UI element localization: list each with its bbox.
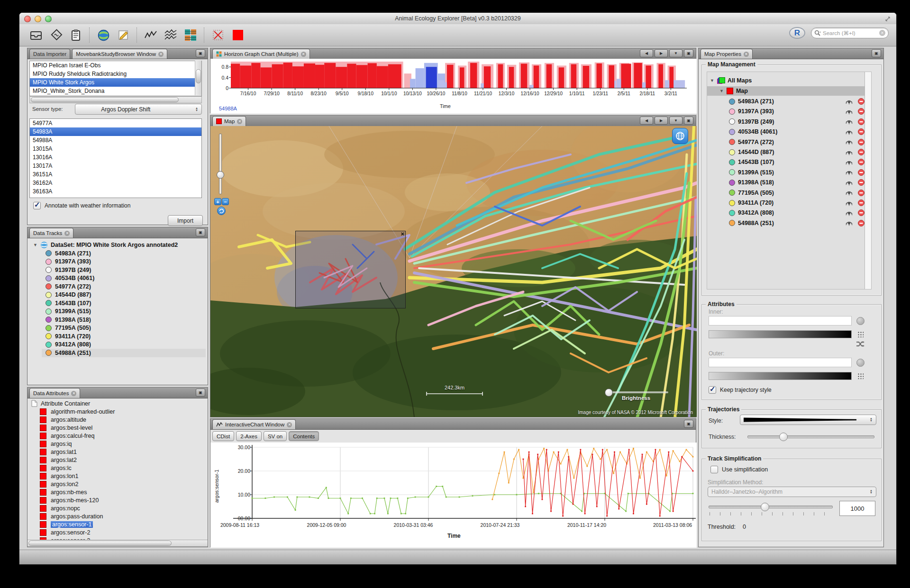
attribute-container-row[interactable]: Attribute Container (27, 399, 90, 407)
expand-icon[interactable] (885, 15, 891, 24)
track-item[interactable]: 91397B (249) (42, 266, 206, 274)
map-track-row[interactable]: 14544D (887) (729, 147, 867, 157)
remove-layer-icon[interactable] (858, 118, 864, 125)
map-track-row[interactable]: 14543B (107) (729, 157, 867, 167)
sensor-list-item[interactable]: 36162A (30, 179, 201, 187)
study-list-item[interactable]: MPIO White Stork Argos (30, 78, 201, 87)
simplification-knob[interactable] (761, 503, 769, 511)
study-list-item[interactable]: MPIO Pelican Israel E-Obs (30, 61, 201, 70)
ichart-plot-area[interactable]: 30.0020.0010.0000.00 2009-08-11 16:13200… (210, 443, 697, 548)
nav-back-button[interactable]: ◀ (640, 117, 653, 125)
remove-layer-icon[interactable] (858, 209, 864, 216)
chart-button-2-axes[interactable]: 2-Axes (236, 431, 262, 441)
visibility-eye-icon[interactable] (845, 99, 853, 105)
attribute-item[interactable]: argos:calcul-freq (27, 432, 208, 440)
track-item[interactable]: 93412A (808) (42, 341, 206, 349)
attribute-item[interactable]: argos:nopc (27, 504, 208, 512)
visibility-eye-icon[interactable] (845, 200, 853, 206)
map-track-row[interactable]: 77195A (505) (729, 188, 867, 198)
sensor-list-item[interactable]: 36163A (30, 187, 201, 196)
title-bar[interactable]: Animal Ecology Explorer [Beta] v0.3 b201… (19, 13, 896, 25)
all-maps-row[interactable]: ▼ All Maps (710, 76, 752, 85)
attribute-item[interactable]: argos:iq (27, 440, 208, 448)
close-icon[interactable]: × (71, 391, 76, 396)
tab-data-tracks[interactable]: Data Tracks× (29, 228, 73, 238)
map-track-row[interactable]: 91397B (249) (729, 117, 867, 127)
disclosure-triangle-icon[interactable]: ▼ (33, 243, 37, 247)
attribute-item[interactable]: argos:lon2 (27, 480, 208, 488)
window-menu-button[interactable]: ▼ (669, 117, 682, 125)
inner-gradient-bar[interactable] (709, 330, 852, 338)
nav-forward-button[interactable]: ▶ (655, 49, 668, 57)
color-grid-icon[interactable] (182, 27, 199, 43)
map-row-selected[interactable]: ▼ Map (707, 86, 871, 96)
visibility-eye-icon[interactable] (845, 180, 853, 186)
tab-horizon-graph-chart[interactable]: Horizon Graph Chart (Multiple)× (212, 49, 310, 59)
attributes-hscrollbar[interactable] (27, 540, 208, 547)
close-icon[interactable]: × (744, 52, 749, 57)
track-item[interactable]: 14544D (887) (42, 291, 206, 299)
track-item[interactable]: 54977A (272) (42, 282, 206, 291)
inner-remove-button[interactable] (856, 317, 864, 325)
remove-layer-icon[interactable] (858, 98, 864, 105)
map-tree-vscrollbar[interactable] (864, 72, 871, 289)
simplification-value-box[interactable]: 1000 (839, 501, 875, 516)
remove-layer-icon[interactable] (858, 108, 864, 115)
panel-collapse-button[interactable]: ▣ (196, 228, 205, 236)
track-item[interactable]: 91399A (515) (42, 308, 206, 316)
attribute-item[interactable]: argos:nb-mes-120 (27, 496, 208, 504)
chart-button-contents[interactable]: Contents (289, 431, 319, 441)
visibility-eye-icon[interactable] (845, 169, 853, 175)
delete-cross-icon[interactable] (209, 27, 227, 43)
inner-attribute-field[interactable] (709, 316, 852, 326)
map-track-row[interactable]: 91398A (518) (729, 178, 867, 187)
palette-grid-icon[interactable] (857, 331, 864, 337)
remove-layer-icon[interactable] (858, 128, 864, 135)
thickness-knob[interactable] (779, 433, 788, 441)
maximize-panel-button[interactable]: ▣ (684, 420, 693, 428)
visibility-eye-icon[interactable] (845, 159, 853, 165)
attribute-item[interactable]: argos:pass-duration (27, 512, 208, 520)
map-reset-button[interactable] (217, 207, 226, 215)
map-viewport[interactable]: × + − 242.3km Brightness Image court (210, 126, 697, 417)
brightness-knob[interactable] (605, 389, 613, 397)
zoom-slider-knob[interactable] (217, 171, 224, 179)
map-track-row[interactable]: 91399A (515) (729, 168, 867, 177)
sensor-list-item[interactable]: 13017A (30, 162, 201, 170)
remove-layer-icon[interactable] (858, 149, 864, 155)
track-item[interactable]: 14543B (107) (42, 299, 206, 308)
simplification-method-dropdown[interactable]: Halldór–Janetzko–Algorithm ▲▼ (708, 487, 876, 497)
palette-grid-icon[interactable] (857, 372, 864, 379)
globe-icon[interactable] (95, 27, 112, 43)
keep-trajectory-style-checkbox[interactable] (709, 386, 716, 394)
track-item[interactable]: 40534B (4061) (42, 274, 206, 283)
sensor-list-item[interactable]: 36151A (30, 170, 201, 179)
attribute-item[interactable]: algorithm-marked-outlier (27, 407, 208, 416)
sensor-diamond-icon[interactable] (47, 27, 64, 43)
track-item[interactable]: 93411A (720) (42, 332, 206, 341)
map-zoom-in-button[interactable]: + (214, 198, 221, 205)
disclosure-triangle-icon[interactable]: ▼ (719, 89, 724, 93)
attribute-item[interactable]: argos:sensor-2 (27, 528, 208, 536)
remove-layer-icon[interactable] (858, 179, 864, 186)
outer-attribute-field[interactable] (709, 358, 852, 367)
nav-forward-button[interactable]: ▶ (655, 117, 668, 125)
visibility-eye-icon[interactable] (845, 220, 853, 226)
track-item[interactable]: 54988A (251) (42, 349, 206, 357)
track-item[interactable]: 91397A (393) (42, 258, 206, 266)
close-icon[interactable]: × (64, 231, 70, 236)
track-item[interactable]: 91398A (518) (42, 316, 206, 324)
study-list-item[interactable]: MPIO_White_Stork_Donana (30, 87, 201, 95)
map-track-row[interactable]: 40534B (4061) (729, 127, 867, 136)
close-icon[interactable]: × (237, 119, 242, 124)
map-track-row[interactable]: 91397A (393) (729, 107, 867, 116)
attribute-item[interactable]: argos:lon1 (27, 472, 208, 480)
study-list-item[interactable]: MPIO Ruddy Shelduck Radiotracking (30, 70, 201, 78)
sensor-list-item[interactable]: 54977A (30, 119, 201, 127)
sensor-list-item[interactable]: 13016A (30, 153, 201, 162)
visibility-eye-icon[interactable] (845, 190, 853, 196)
close-icon[interactable]: × (287, 422, 292, 427)
map-zoom-out-button[interactable]: − (222, 198, 229, 205)
sensor-list-item[interactable]: 54983A (30, 127, 201, 136)
search-input[interactable]: Search (⌘+I) × (811, 27, 889, 38)
